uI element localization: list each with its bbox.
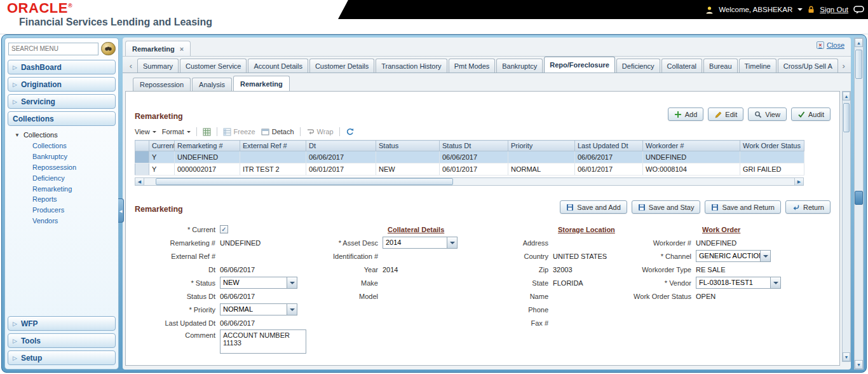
tab-pmt-modes[interactable]: Pmt Modes — [449, 59, 496, 73]
row-selector[interactable] — [135, 151, 149, 163]
view-button[interactable]: View — [748, 107, 787, 121]
comment-textarea[interactable]: ACCOUNT NUMBER 11133 — [220, 329, 306, 354]
col-status[interactable]: Status — [376, 141, 440, 151]
chevron-down-icon[interactable] — [760, 251, 770, 261]
table-horizontal-scrollbar[interactable]: ◀ ▶ — [135, 177, 804, 186]
scroll-right-icon[interactable]: ▶ — [794, 178, 803, 185]
current-checkbox[interactable] — [220, 225, 228, 233]
tree-item-producers[interactable]: Producers — [15, 205, 115, 216]
tab-transaction-history[interactable]: Transaction History — [376, 59, 447, 73]
splitter-handle[interactable] — [855, 191, 863, 205]
subtab-analysis[interactable]: Analysis — [192, 78, 232, 91]
tree-item-bankruptcy[interactable]: Bankruptcy — [15, 151, 115, 162]
save-and-stay-button[interactable]: Save and Stay — [632, 200, 701, 214]
scrollbar-thumb[interactable] — [156, 178, 453, 185]
save-and-return-button[interactable]: Save and Return — [705, 200, 781, 214]
chevron-down-icon[interactable] — [770, 277, 780, 288]
table-row[interactable]: Y UNDEFINED 06/06/2017 06/06/2017 06/06/… — [135, 151, 804, 163]
scroll-left-icon[interactable]: ◀ — [135, 178, 144, 185]
tab-repo-foreclosure[interactable]: Repo/Foreclosure — [544, 57, 615, 73]
table-row[interactable]: Y 0000002017 ITR TEST 2 06/01/2017 NEW 0… — [135, 163, 804, 176]
chevron-down-icon[interactable] — [447, 237, 457, 248]
tabs-scroll-right-icon[interactable]: › — [839, 60, 848, 71]
wrap-button[interactable]: Wrap — [306, 128, 334, 135]
content-vertical-scrollbar[interactable]: ▲ ▼ — [842, 91, 851, 362]
close-icon[interactable]: × — [180, 45, 184, 53]
col-external-ref[interactable]: External Ref # — [240, 141, 306, 151]
scrollbar-thumb[interactable] — [855, 50, 862, 79]
chat-icon[interactable] — [853, 6, 864, 14]
tab-deficiency[interactable]: Deficiency — [616, 59, 660, 73]
tree-item-reports[interactable]: Reports — [15, 194, 115, 205]
col-workorder-no[interactable]: Workorder # — [643, 141, 740, 151]
close-window-link[interactable]: × Close — [817, 41, 844, 49]
view-menu[interactable]: View — [135, 128, 156, 135]
tab-customer-details[interactable]: Customer Details — [309, 59, 374, 73]
sign-out-link[interactable]: Sign Out — [820, 6, 848, 13]
sidebar-item-setup[interactable]: ▷Setup — [8, 350, 116, 365]
tab-customer-service[interactable]: Customer Service — [180, 59, 247, 73]
subtab-repossession[interactable]: Repossession — [133, 78, 191, 91]
col-status-dt[interactable]: Status Dt — [440, 141, 508, 151]
tab-bureau[interactable]: Bureau — [703, 59, 737, 73]
workorder-link[interactable]: WO:0008104 — [643, 163, 740, 176]
freeze-button[interactable]: Freeze — [223, 128, 255, 136]
audit-button[interactable]: Audit — [791, 107, 831, 121]
subtab-remarketing[interactable]: Remarketing — [233, 76, 290, 91]
return-button[interactable]: Return — [785, 200, 831, 214]
vendor-select[interactable]: FL-03018-TEST1 — [696, 277, 781, 289]
search-input[interactable] — [8, 43, 98, 55]
tab-collateral[interactable]: Collateral — [661, 59, 702, 73]
save-and-add-button[interactable]: Save and Add — [560, 200, 627, 214]
col-wo-status[interactable]: Work Order Status — [740, 141, 804, 151]
scroll-up-icon[interactable]: ▲ — [843, 92, 850, 100]
add-button[interactable]: Add — [668, 107, 704, 121]
window-vertical-scrollbar[interactable]: ▲ ▼ — [854, 38, 864, 370]
tabs-scroll-left-icon[interactable]: ‹ — [126, 60, 135, 71]
scroll-down-icon[interactable]: ▼ — [855, 360, 863, 369]
col-last-updated[interactable]: Last Updated Dt — [575, 141, 643, 151]
sidebar-item-collections[interactable]: Collections — [8, 111, 116, 126]
tree-item-repossession[interactable]: Repossession — [15, 162, 115, 173]
chevron-down-icon[interactable] — [797, 8, 803, 13]
col-priority[interactable]: Priority — [508, 141, 575, 151]
collapse-arrow-icon[interactable]: ▼ — [15, 132, 20, 138]
status-select[interactable]: NEW — [220, 277, 297, 289]
scroll-up-icon[interactable]: ▲ — [855, 38, 863, 47]
tab-cross-up-sell[interactable]: Cross/Up Sell A — [778, 59, 838, 73]
tree-item-collections[interactable]: Collections — [15, 141, 115, 151]
welcome-menu[interactable]: Welcome, ABSHEKAR — [719, 6, 792, 13]
asset-desc-select[interactable]: 2014 — [383, 237, 458, 249]
chevron-down-icon[interactable] — [287, 304, 297, 315]
sidebar-collapse-handle[interactable]: ◀ — [118, 198, 124, 223]
tab-summary[interactable]: Summary — [137, 59, 179, 73]
sidebar-item-servicing[interactable]: ▷Servicing — [8, 94, 116, 109]
sidebar-item-dashboard[interactable]: ▷DashBoard — [8, 60, 116, 74]
tab-account-details[interactable]: Account Details — [248, 59, 308, 73]
sidebar-item-wfp[interactable]: ▷WFP — [8, 316, 116, 331]
channel-select[interactable]: GENERIC AUCTION INT — [696, 250, 771, 262]
col-dt[interactable]: Dt — [306, 141, 376, 151]
chevron-down-icon[interactable] — [287, 277, 297, 288]
edit-button[interactable]: Edit — [708, 107, 743, 121]
tree-root-collections[interactable]: ▼ Collections — [15, 131, 115, 141]
close-window-icon[interactable]: × — [817, 41, 824, 49]
export-button[interactable] — [203, 128, 211, 136]
tab-timeline[interactable]: Timeline — [739, 59, 776, 73]
tab-bankruptcy[interactable]: Bankruptcy — [496, 59, 543, 73]
col-current[interactable]: Current — [149, 141, 175, 151]
sidebar-item-tools[interactable]: ▷Tools — [8, 333, 116, 348]
tree-item-vendors[interactable]: Vendors — [15, 215, 115, 226]
row-selector[interactable] — [135, 163, 149, 176]
tree-item-remarketing[interactable]: Remarketing — [15, 183, 115, 194]
priority-select[interactable]: NORMAL — [220, 303, 297, 315]
detach-button[interactable]: Detach — [261, 128, 294, 135]
tree-item-deficiency[interactable]: Deficiency — [15, 172, 115, 183]
doc-tab-remarketing[interactable]: Remarketing × — [125, 41, 191, 56]
col-remarketing-no[interactable]: Remarketing # — [175, 141, 240, 151]
scroll-down-icon[interactable]: ▼ — [843, 352, 850, 361]
search-button[interactable] — [101, 42, 116, 55]
scrollbar-thumb[interactable] — [843, 103, 850, 132]
format-menu[interactable]: Format — [162, 128, 191, 135]
sidebar-item-origination[interactable]: ▷Origination — [8, 77, 116, 92]
